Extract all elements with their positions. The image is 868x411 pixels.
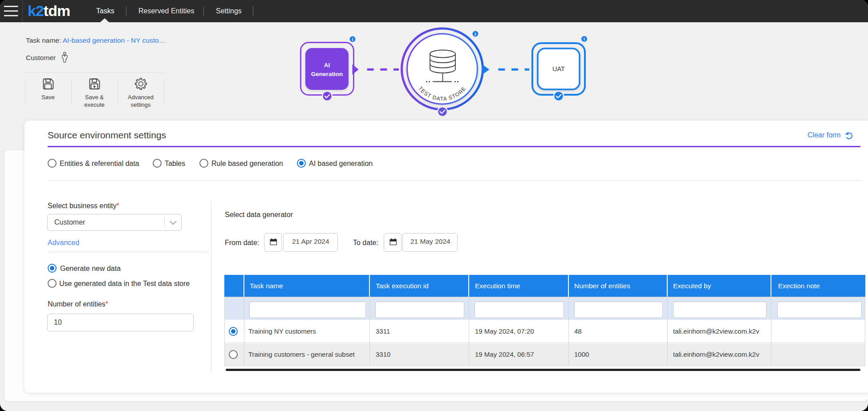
svg-text:AI: AI — [324, 62, 330, 68]
svg-text:i: i — [352, 37, 353, 42]
svg-text:i: i — [584, 36, 585, 41]
svg-text:i: i — [475, 32, 476, 36]
svg-text:Generation: Generation — [311, 71, 343, 77]
svg-text:UAT: UAT — [552, 65, 565, 73]
